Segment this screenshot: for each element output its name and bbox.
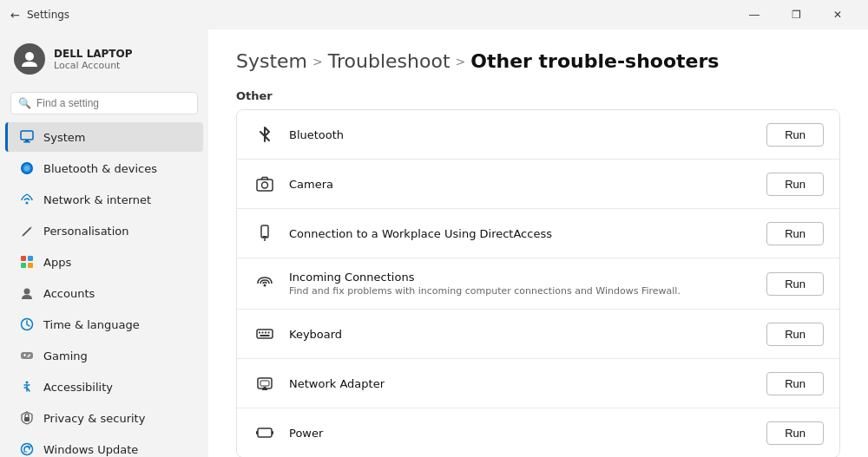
sidebar-item-apps[interactable]: Apps — [5, 247, 203, 277]
title-bar: ← Settings — ❐ ✕ — [0, 0, 868, 29]
svg-rect-10 — [21, 263, 26, 268]
keyboard-run-button[interactable]: Run — [766, 323, 824, 346]
network-icon — [19, 192, 35, 207]
svg-point-23 — [262, 182, 268, 188]
sidebar-label-privacy: Privacy & security — [43, 412, 145, 425]
network-adapter-run-button[interactable]: Run — [766, 372, 824, 395]
power-run-button[interactable]: Run — [766, 421, 824, 445]
camera-item-name: Camera — [289, 178, 754, 191]
sidebar-item-accounts[interactable]: Accounts — [5, 278, 203, 308]
apps-icon — [19, 254, 35, 270]
breadcrumb-sep2: > — [456, 55, 466, 69]
sidebar-label-network: Network & internet — [43, 193, 151, 206]
gaming-icon — [19, 348, 35, 363]
svg-rect-31 — [265, 332, 266, 334]
sidebar-item-privacy[interactable]: Privacy & security — [5, 403, 203, 433]
svg-rect-1 — [21, 131, 33, 140]
connection-item-text: Connection to a Workplace Using DirectAc… — [289, 227, 754, 240]
svg-point-12 — [24, 289, 30, 295]
window-title: Settings — [27, 9, 69, 21]
sidebar-item-system[interactable]: System — [5, 122, 203, 152]
sidebar-item-bluetooth[interactable]: Bluetooth & devices — [5, 153, 203, 183]
back-icon[interactable]: ← — [10, 9, 20, 22]
update-icon — [19, 441, 35, 457]
svg-rect-30 — [262, 332, 264, 334]
camera-item-text: Camera — [289, 178, 754, 191]
privacy-icon — [19, 410, 35, 426]
sidebar: DELL LAPTOP Local Account 🔍 System Bluet… — [0, 29, 208, 457]
connection-icon — [253, 221, 277, 245]
breadcrumb-troubleshoot[interactable]: Troubleshoot — [328, 50, 450, 72]
section-label: Other — [236, 89, 840, 102]
sidebar-label-apps: Apps — [43, 256, 71, 269]
bluetooth-run-button[interactable]: Run — [766, 123, 824, 147]
avatar — [14, 43, 45, 75]
incoming-run-button[interactable]: Run — [766, 272, 824, 296]
search-box[interactable]: 🔍 — [10, 92, 198, 114]
user-name: DELL LAPTOP — [54, 48, 133, 60]
search-input[interactable] — [36, 97, 190, 109]
svg-rect-20 — [24, 417, 30, 421]
connection-run-button[interactable]: Run — [766, 222, 824, 245]
svg-point-17 — [29, 355, 30, 356]
svg-rect-2 — [23, 141, 30, 143]
svg-rect-28 — [257, 330, 273, 338]
maximize-button[interactable]: ❐ — [776, 1, 816, 29]
search-icon: 🔍 — [18, 97, 31, 109]
system-icon — [19, 129, 35, 145]
camera-run-button[interactable]: Run — [766, 173, 824, 196]
svg-rect-37 — [264, 387, 266, 388]
svg-rect-26 — [263, 236, 267, 238]
sidebar-item-gaming[interactable]: Gaming — [5, 341, 203, 370]
sidebar-label-gaming: Gaming — [43, 349, 88, 362]
connection-item-name: Connection to a Workplace Using DirectAc… — [289, 227, 754, 240]
main-content: System > Troubleshoot > Other trouble-sh… — [208, 29, 868, 457]
sidebar-label-bluetooth: Bluetooth & devices — [43, 162, 157, 175]
network-adapter-item-name: Network Adapter — [289, 377, 754, 390]
svg-rect-40 — [272, 431, 273, 434]
svg-rect-39 — [256, 431, 258, 434]
svg-point-19 — [26, 382, 29, 384]
bluetooth-icon — [253, 122, 277, 147]
minimize-button[interactable]: — — [734, 1, 774, 29]
bluetooth-item-name: Bluetooth — [289, 128, 754, 141]
power-icon — [253, 421, 277, 445]
camera-icon — [253, 172, 277, 196]
bluetooth-devices-icon — [19, 160, 35, 176]
user-subtitle: Local Account — [54, 60, 133, 71]
time-icon — [19, 317, 35, 332]
svg-rect-32 — [268, 332, 270, 334]
title-bar-controls: — ❐ ✕ — [734, 1, 858, 29]
bluetooth-item-text: Bluetooth — [289, 128, 754, 141]
breadcrumb-sep1: > — [312, 55, 323, 69]
incoming-item-text: Incoming Connections Find and fix proble… — [289, 271, 754, 297]
svg-rect-3 — [25, 140, 29, 141]
sidebar-item-network[interactable]: Network & internet — [5, 185, 203, 214]
sidebar-item-time[interactable]: Time & language — [5, 310, 203, 339]
app-container: DELL LAPTOP Local Account 🔍 System Bluet… — [0, 29, 868, 457]
svg-rect-22 — [257, 180, 273, 191]
sidebar-label-system: System — [43, 131, 85, 144]
keyboard-item-name: Keyboard — [289, 328, 754, 341]
incoming-item-name: Incoming Connections — [289, 271, 754, 284]
sidebar-item-update[interactable]: Windows Update — [5, 434, 203, 457]
accessibility-icon — [19, 379, 35, 395]
sidebar-item-personalisation[interactable]: Personalisation — [5, 216, 203, 245]
personalisation-icon — [19, 223, 35, 238]
breadcrumb-system[interactable]: System — [236, 50, 307, 72]
close-button[interactable]: ✕ — [818, 1, 858, 29]
svg-point-18 — [28, 356, 30, 357]
sidebar-label-update: Windows Update — [43, 443, 138, 456]
sidebar-item-accessibility[interactable]: Accessibility — [5, 372, 203, 402]
keyboard-item-text: Keyboard — [289, 328, 754, 341]
svg-rect-35 — [260, 381, 269, 386]
svg-rect-38 — [258, 428, 272, 437]
svg-rect-11 — [28, 263, 33, 268]
svg-point-0 — [25, 52, 34, 61]
sidebar-label-time: Time & language — [43, 318, 140, 331]
svg-point-27 — [264, 284, 266, 287]
svg-rect-36 — [262, 388, 267, 390]
title-bar-left: ← Settings — [10, 9, 69, 22]
breadcrumb: System > Troubleshoot > Other trouble-sh… — [236, 50, 840, 72]
svg-point-7 — [26, 202, 29, 205]
